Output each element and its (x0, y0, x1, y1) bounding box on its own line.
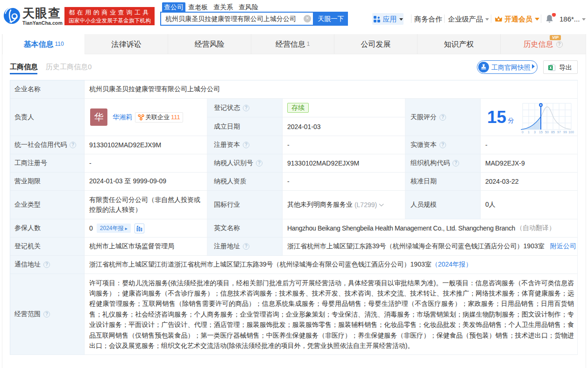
svg-text:3: 3 (534, 130, 536, 134)
svg-text:97: 97 (557, 130, 561, 134)
svg-text:85: 85 (551, 130, 555, 134)
svg-text:15: 15 (539, 130, 543, 134)
svg-text:1: 1 (528, 130, 530, 134)
svg-text:0: 0 (522, 130, 524, 134)
svg-text:50: 50 (545, 130, 549, 134)
svg-text:99: 99 (563, 130, 567, 134)
svg-text:100: 100 (568, 130, 574, 134)
